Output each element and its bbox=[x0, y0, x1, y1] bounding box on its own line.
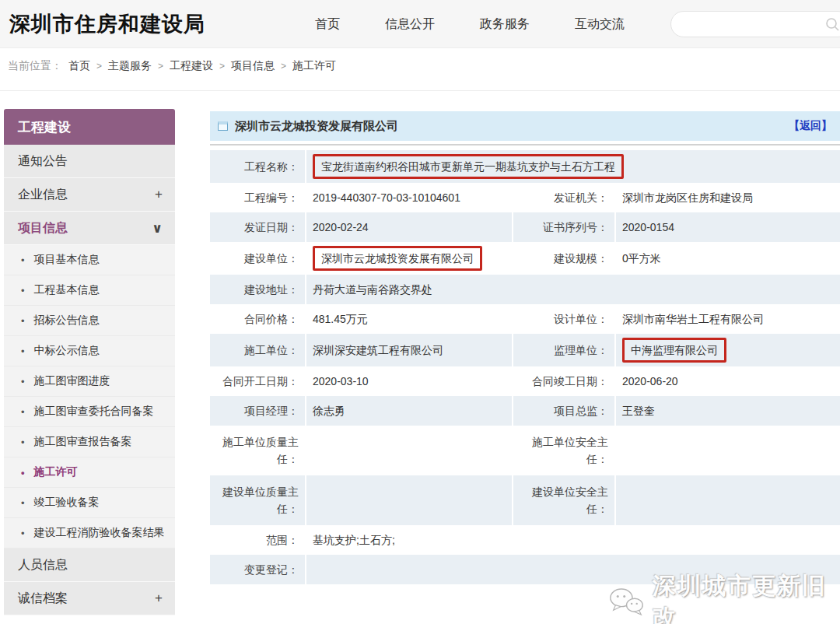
search-input[interactable] bbox=[682, 12, 825, 36]
nav-home[interactable]: 首页 bbox=[315, 16, 340, 33]
field-value: 2019-440307-70-03-10104601 bbox=[306, 183, 513, 212]
sidebar-item-drawing-review-progress[interactable]: 施工图审图进度 bbox=[4, 366, 175, 397]
search-icon[interactable] bbox=[825, 17, 839, 31]
field-label: 建设单位质量主任： bbox=[210, 475, 306, 525]
breadcrumb-separator: > bbox=[219, 61, 225, 72]
field-label: 施工单位安全主任： bbox=[513, 426, 616, 475]
chevron-down-icon[interactable]: ∨ bbox=[152, 220, 163, 237]
field-label: 工程名称： bbox=[210, 150, 306, 183]
sidebar-item-construction-permit[interactable]: 施工许可 bbox=[4, 457, 175, 488]
nav-interaction[interactable]: 互动交流 bbox=[575, 16, 625, 33]
field-value bbox=[306, 475, 513, 525]
page: 深圳市住房和建设局 首页 信息公开 政务服务 互动交流 当前位置： 首页 > 主… bbox=[0, 0, 840, 624]
field-label: 发证机关： bbox=[513, 183, 616, 212]
field-label: 建设单位安全主任： bbox=[513, 475, 616, 525]
field-value: 深圳市云龙城投资发展有限公司 bbox=[306, 242, 513, 275]
field-label: 项目总监： bbox=[513, 396, 616, 426]
highlighted-value: 宝龙街道南约积谷田城市更新单元一期基坑支护与土石方工程 bbox=[313, 154, 624, 179]
sidebar-item-drawing-review-report-filing[interactable]: 施工图审查报告备案 bbox=[4, 427, 175, 457]
table-row-contract-start-date: 合同开工日期： 2020-03-10 合同竣工日期： 2020-06-20 bbox=[210, 366, 840, 396]
nav-info-disclosure[interactable]: 信息公开 bbox=[385, 16, 435, 33]
plus-icon[interactable]: + bbox=[155, 187, 163, 202]
highlighted-value: 深圳市云龙城投资发展有限公司 bbox=[313, 246, 482, 271]
breadcrumb-prefix: 当前位置： bbox=[8, 59, 62, 73]
breadcrumb-separator: > bbox=[281, 61, 286, 72]
table-row-project-manager: 项目经理： 徐志勇 项目总监： 王登奎 bbox=[210, 396, 840, 426]
highlighted-value: 中海监理有限公司 bbox=[622, 338, 726, 363]
field-label: 发证日期： bbox=[210, 212, 306, 242]
breadcrumb-separator: > bbox=[96, 61, 102, 72]
table-row-issue-date: 发证日期： 2020-02-24 证书序列号： 2020-0154 bbox=[210, 212, 840, 242]
sidebar-item-fire-acceptance-filing-result[interactable]: 建设工程消防验收备案结果 bbox=[4, 518, 175, 549]
sidebar-item-engineering-basic-info[interactable]: 工程基本信息 bbox=[4, 275, 175, 306]
sidebar: 工程建设 通知公告 企业信息 + 项目信息 ∨ 项目基本信息 工程基本信息 招标… bbox=[4, 109, 175, 615]
breadcrumb-construction[interactable]: 工程建设 bbox=[170, 59, 213, 73]
field-value: 丹荷大道与南谷路交界处 bbox=[306, 275, 840, 304]
breadcrumb-theme-services[interactable]: 主题服务 bbox=[108, 59, 152, 73]
main-panel: 深圳市云龙城投资发展有限公司 【返回】 工程名称： 宝龙街道南约积谷田城市更新单… bbox=[210, 111, 840, 584]
sidebar-item-project-basic-info[interactable]: 项目基本信息 bbox=[4, 245, 175, 275]
field-label: 合同价格： bbox=[210, 304, 306, 334]
field-value: 2020-03-10 bbox=[306, 366, 513, 396]
field-value: 深圳市南华岩土工程有限公司 bbox=[616, 304, 840, 334]
sidebar-header-construction: 工程建设 bbox=[4, 109, 175, 145]
field-label: 建设规模： bbox=[513, 242, 616, 275]
sidebar-item-tender-announcement[interactable]: 招标公告信息 bbox=[4, 306, 175, 336]
plus-icon[interactable]: + bbox=[155, 591, 163, 606]
site-logo: 深圳市住房和建设局 bbox=[9, 10, 205, 38]
field-label: 设计单位： bbox=[513, 304, 616, 334]
field-label: 监理单位： bbox=[513, 334, 616, 366]
breadcrumb-separator: > bbox=[158, 61, 163, 72]
field-value: 2020-02-24 bbox=[306, 212, 513, 242]
document-icon bbox=[218, 121, 228, 131]
sidebar-item-credit-archives[interactable]: 诚信档案 + bbox=[4, 582, 175, 615]
field-label: 范围： bbox=[210, 525, 306, 555]
table-row-construction-address: 建设地址： 丹荷大道与南谷路交界处 bbox=[210, 275, 840, 304]
field-value: 2020-06-20 bbox=[616, 366, 840, 396]
field-value bbox=[616, 426, 840, 475]
sidebar-item-drawing-review-contract-filing[interactable]: 施工图审查委托合同备案 bbox=[4, 397, 175, 427]
nav-government-services[interactable]: 政务服务 bbox=[480, 16, 530, 33]
field-label: 证书序列号： bbox=[513, 212, 616, 242]
field-label: 建设单位： bbox=[210, 242, 306, 275]
field-label: 工程编号： bbox=[210, 183, 306, 212]
table-row-project-name: 工程名称： 宝龙街道南约积谷田城市更新单元一期基坑支护与土石方工程 bbox=[210, 150, 840, 183]
detail-title-bar: 深圳市云龙城投资发展有限公司 【返回】 bbox=[210, 111, 840, 141]
breadcrumb-home[interactable]: 首页 bbox=[68, 59, 90, 73]
watermark: 深圳城市更新旧改 bbox=[608, 570, 840, 624]
breadcrumb-construction-permit[interactable]: 施工许可 bbox=[292, 59, 336, 73]
field-label: 项目经理： bbox=[210, 396, 306, 426]
field-value: 徐志勇 bbox=[306, 396, 513, 426]
main-nav: 首页 信息公开 政务服务 互动交流 bbox=[315, 0, 625, 48]
field-value: 宝龙街道南约积谷田城市更新单元一期基坑支护与土石方工程 bbox=[306, 150, 840, 183]
top-header: 深圳市住房和建设局 首页 信息公开 政务服务 互动交流 bbox=[0, 0, 840, 48]
watermark-text: 深圳城市更新旧改 bbox=[653, 570, 840, 624]
field-label: 合同开工日期： bbox=[210, 366, 306, 396]
table-row-contractor: 施工单位： 深圳深安建筑工程有限公司 监理单位： 中海监理有限公司 bbox=[210, 334, 840, 366]
table-row-contractor-quality-chief: 施工单位质量主任： 施工单位安全主任： bbox=[210, 426, 840, 475]
field-value: 深圳市龙岗区住房和建设局 bbox=[616, 183, 840, 212]
back-button[interactable]: 【返回】 bbox=[789, 119, 832, 133]
field-value: 0平方米 bbox=[616, 242, 840, 275]
sidebar-item-enterprise-info[interactable]: 企业信息 + bbox=[4, 178, 175, 212]
breadcrumb: 当前位置： 首页 > 主题服务 > 工程建设 > 项目信息 > 施工许可 bbox=[8, 59, 336, 73]
table-row-scope: 范围： 基坑支护;土石方; bbox=[210, 525, 840, 555]
table-row-owner-quality-chief: 建设单位质量主任： 建设单位安全主任： bbox=[210, 475, 840, 525]
sidebar-item-completion-acceptance-filing[interactable]: 竣工验收备案 bbox=[4, 488, 175, 518]
field-label: 建设地址： bbox=[210, 275, 306, 304]
field-value: 基坑支护;土石方; bbox=[306, 525, 840, 555]
permit-detail-table: 工程名称： 宝龙街道南约积谷田城市更新单元一期基坑支护与土石方工程 工程编号： … bbox=[210, 150, 840, 584]
field-label: 变更登记： bbox=[210, 555, 306, 584]
sidebar-item-notices[interactable]: 通知公告 bbox=[4, 145, 175, 178]
chat-bubbles-icon bbox=[608, 585, 646, 619]
sidebar-item-bid-winning-publicity[interactable]: 中标公示信息 bbox=[4, 336, 175, 366]
divider bbox=[210, 144, 840, 145]
search-box[interactable] bbox=[670, 11, 840, 37]
sidebar-item-personnel-info[interactable]: 人员信息 bbox=[4, 549, 175, 582]
table-row-contract-price: 合同价格： 481.45万元 设计单位： 深圳市南华岩土工程有限公司 bbox=[210, 304, 840, 334]
field-value bbox=[306, 426, 513, 475]
divider bbox=[0, 90, 840, 91]
breadcrumb-project-info[interactable]: 项目信息 bbox=[231, 59, 275, 73]
table-row-project-number: 工程编号： 2019-440307-70-03-10104601 发证机关： 深… bbox=[210, 183, 840, 212]
sidebar-item-project-info[interactable]: 项目信息 ∨ bbox=[4, 212, 175, 245]
